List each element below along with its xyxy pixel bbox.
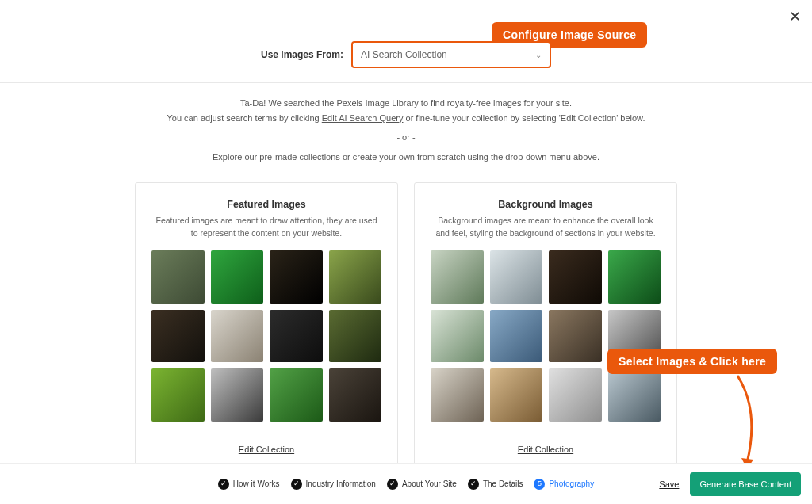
background-card: Background Images Background images are … xyxy=(414,182,677,469)
divider xyxy=(431,433,661,433)
intro-line-2-pre: You can adjust search terms by clicking xyxy=(167,113,322,123)
chevron-down-icon: ⌄ xyxy=(527,43,542,67)
image-source-row: Use Images From: AI Search Collection ⌄ xyxy=(0,0,812,83)
background-desc: Background images are meant to enhance t… xyxy=(431,215,661,240)
intro-or: - or - xyxy=(0,130,812,145)
thumb-stork-water[interactable] xyxy=(431,310,484,363)
step-label: Photography xyxy=(549,479,594,488)
thumb-photog-look[interactable] xyxy=(490,250,543,304)
thumb-green-plant[interactable] xyxy=(270,368,323,422)
thumb-caterpillar[interactable] xyxy=(151,368,205,422)
thumb-crow-stump[interactable] xyxy=(608,368,661,422)
step-industry-information[interactable]: ✓Industry Information xyxy=(291,479,376,490)
step-about-your-site[interactable]: ✓About Your Site xyxy=(387,479,457,490)
divider xyxy=(151,433,381,433)
step-label: The Details xyxy=(483,479,523,488)
featured-edit-link[interactable]: Edit Collection xyxy=(239,445,294,454)
intro-line-2-post: or fine-tune your collection by selectin… xyxy=(403,113,645,123)
thumb-fox-night[interactable] xyxy=(151,310,205,363)
thumb-boy-camera[interactable] xyxy=(490,310,543,363)
dropdown-selected: AI Search Collection xyxy=(361,49,447,60)
thumb-back-shoot[interactable] xyxy=(431,368,484,422)
intro-text: Ta-Da! We searched the Pexels Image Libr… xyxy=(0,83,812,171)
thumb-bird-branch[interactable] xyxy=(151,250,205,304)
thumb-man-shoot[interactable] xyxy=(549,310,602,363)
thumb-laptop-desk[interactable] xyxy=(270,310,323,363)
thumb-dark-woods[interactable] xyxy=(270,250,323,304)
image-cards: Featured Images Featured images are mean… xyxy=(0,171,812,469)
step-label: How it Works xyxy=(233,479,280,488)
step-photography[interactable]: 5Photography xyxy=(534,479,594,490)
save-link[interactable]: Save xyxy=(659,479,679,489)
featured-title: Featured Images xyxy=(151,199,381,210)
thumb-gimbal-hand[interactable] xyxy=(549,368,602,422)
check-icon: ✓ xyxy=(387,479,398,490)
step-number-icon: 5 xyxy=(534,479,545,490)
intro-line-1: Ta-Da! We searched the Pexels Image Libr… xyxy=(0,96,812,111)
thumb-hand-camera[interactable] xyxy=(211,310,264,363)
thumb-leaf-macro[interactable] xyxy=(211,250,264,304)
thumb-fern-green[interactable] xyxy=(608,250,661,304)
use-images-label: Use Images From: xyxy=(261,49,343,60)
step-label: Industry Information xyxy=(306,479,376,488)
featured-card: Featured Images Featured images are mean… xyxy=(135,182,398,469)
thumb-dslr-hold[interactable] xyxy=(329,368,382,422)
step-label: About Your Site xyxy=(402,479,457,488)
featured-desc: Featured images are meant to draw attent… xyxy=(151,215,381,240)
check-icon: ✓ xyxy=(291,479,302,490)
featured-thumbs xyxy=(151,250,381,422)
callout-select-click: Select Images & Click here xyxy=(607,349,777,374)
thumb-camera-grass[interactable] xyxy=(329,310,382,363)
step-the-details[interactable]: ✓The Details xyxy=(468,479,523,490)
check-icon: ✓ xyxy=(218,479,229,490)
generate-button[interactable]: Generate Base Content xyxy=(690,472,801,496)
footer-bar: ✓How it Works✓Industry Information✓About… xyxy=(0,463,812,504)
thumb-camera-bw[interactable] xyxy=(211,368,264,422)
thumb-moss-log[interactable] xyxy=(329,250,382,304)
intro-line-2: You can adjust search terms by clicking … xyxy=(0,111,812,126)
thumb-camera-flat[interactable] xyxy=(490,368,543,422)
thumb-photog-outdoor[interactable] xyxy=(431,250,484,304)
background-thumbs xyxy=(431,250,661,422)
edit-ai-search-link[interactable]: Edit AI Search Query xyxy=(322,113,404,123)
check-icon: ✓ xyxy=(468,479,479,490)
intro-line-3: Explore our pre-made collections or crea… xyxy=(0,150,812,165)
background-edit-link[interactable]: Edit Collection xyxy=(518,445,573,454)
step-how-it-works[interactable]: ✓How it Works xyxy=(218,479,280,490)
footer-actions: Save Generate Base Content xyxy=(659,472,801,496)
image-source-dropdown[interactable]: AI Search Collection ⌄ xyxy=(351,41,551,68)
wizard-steps: ✓How it Works✓Industry Information✓About… xyxy=(218,479,594,490)
thumb-cattle-dark[interactable] xyxy=(549,250,602,304)
background-title: Background Images xyxy=(431,199,661,210)
